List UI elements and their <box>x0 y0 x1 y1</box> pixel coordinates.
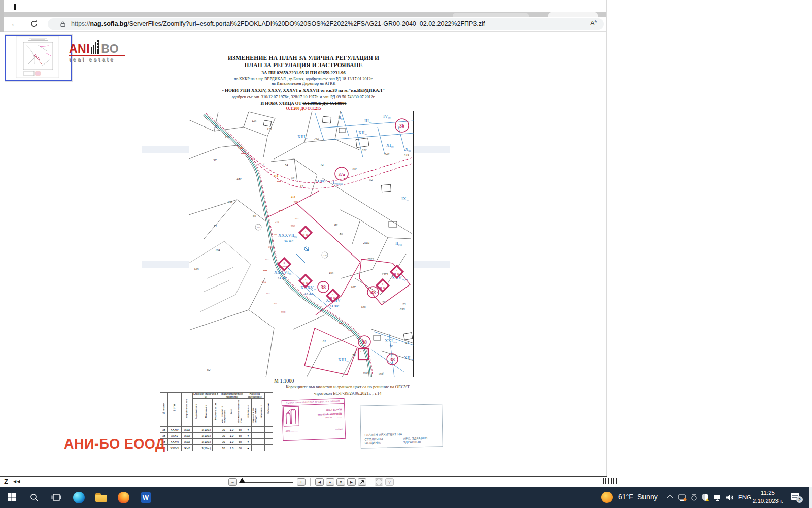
title-line: - НОВИ УПИ XXXIV, XXXV, XXXVI и XXXVII о… <box>193 88 414 93</box>
col-header: свободно - е <box>247 405 250 418</box>
read-aloud-button[interactable]: Aϟ <box>590 19 597 27</box>
tab-strip[interactable] <box>4 0 607 12</box>
table-cell: ● <box>245 433 252 439</box>
weather-temp[interactable]: 61°F <box>618 493 633 501</box>
url-text[interactable]: https://nag.sofia.bg/ServerFiles/Zoomify… <box>71 18 485 30</box>
rewind-icon: ◀◀ <box>13 479 20 484</box>
table-cell <box>193 427 200 433</box>
map-label: III80 <box>364 118 372 124</box>
cadastral-map[interactable]: 3 12556128129732322323319147995775453121… <box>189 111 414 377</box>
table-cell: 60 <box>235 427 245 433</box>
thumbnail-map <box>6 36 69 78</box>
start-button[interactable] <box>5 491 18 504</box>
refresh-button[interactable] <box>29 19 39 28</box>
col-header: № квартал <box>163 403 165 414</box>
clock-date: 2.10.2023 г. <box>750 497 786 505</box>
watermark-text: АНИ-БО ЕООД <box>64 436 165 452</box>
col-header: макс. процент на застрояване <box>221 400 226 423</box>
screen-share-icon[interactable] <box>678 494 687 501</box>
map-label: 60 <box>253 214 256 217</box>
map-label: 99ж <box>348 329 353 332</box>
designer-stamp: ПЪЛНА ПРОЕКТАНТСКА ПРАВОСПОСОБНОСТ арх. … <box>282 398 346 441</box>
camera-privacy-icon[interactable] <box>690 494 698 501</box>
map-label: 40 <box>389 344 393 347</box>
table-cell: 1.0 <box>228 445 235 451</box>
zoom-in-button[interactable]: + <box>297 478 306 486</box>
table-cell <box>265 427 273 433</box>
firefox-taskbar-icon[interactable] <box>117 491 130 504</box>
lock-icon <box>60 21 66 27</box>
zoom-slider-handle[interactable] <box>239 478 245 483</box>
reset-view-button[interactable] <box>358 478 366 486</box>
map-label: 189 <box>236 177 242 180</box>
task-view-button[interactable] <box>50 491 63 504</box>
file-explorer-icon[interactable] <box>94 491 108 504</box>
table-cell <box>265 439 273 445</box>
svg-text:Н=10: Н=10 <box>282 265 287 268</box>
notification-center-button[interactable]: 2 <box>791 492 801 501</box>
fullscreen-button[interactable] <box>375 478 383 486</box>
kab-logo-icon <box>282 405 302 427</box>
map-label: 99е <box>339 322 343 325</box>
word-taskbar-icon[interactable]: W <box>139 491 152 504</box>
map-label: 166 <box>194 267 199 271</box>
back-button[interactable]: ← <box>9 18 20 29</box>
help-button[interactable]: ? <box>385 478 394 486</box>
table-cell <box>213 427 219 433</box>
pylon-icon <box>304 247 309 251</box>
logo-tagline: real estate <box>69 56 125 62</box>
map-label: 99Д <box>281 311 286 313</box>
table-cell: Жм2 <box>182 433 193 439</box>
map-label: ЗА ЖС <box>330 305 340 308</box>
pan-down-button[interactable]: ▼ <box>336 478 345 486</box>
approval-box: ГЛАВЕН АРХИТЕКТ НА СТОЛИЧНА ОБЩИНА: АРХ.… <box>360 404 443 448</box>
zoomify-viewer[interactable]: ANI BO real estate ИЗМЕНЕНИЕ НА ПЛАН ЗА … <box>0 32 606 476</box>
address-bar[interactable]: https://nag.sofia.bg/ServerFiles/Zoomify… <box>48 18 604 30</box>
map-label: 210 <box>275 220 279 223</box>
weather-condition[interactable]: Sunny <box>637 493 658 501</box>
taskbar: W 61°F Sunny <box>0 487 812 508</box>
thumbnail-navigator[interactable] <box>5 35 72 81</box>
map-label: 7 <box>263 162 265 165</box>
table-cell: 3(10м.) <box>200 439 213 445</box>
zoomify-toolbar: Z ◀◀ − + ◀ ▲ ▼ ▶ ? <box>0 476 607 487</box>
language-indicator[interactable]: ENG <box>738 494 751 500</box>
map-label: XXXVII95 <box>278 233 297 238</box>
search-button[interactable] <box>27 491 41 504</box>
map-label: 207 <box>265 258 269 261</box>
volume-icon[interactable] <box>725 494 734 501</box>
table-cell: XXXVI <box>168 439 182 445</box>
table-cell <box>213 445 219 451</box>
title-line: И НОВА УЛИЦА ОТ О.Т.990Ж ДО О.Т.990б <box>193 101 414 106</box>
svg-text:223: 223 <box>257 226 261 229</box>
svg-text:3: 3 <box>360 350 362 353</box>
pan-right-button[interactable]: ▶ <box>347 478 356 486</box>
clock[interactable]: 11:25 2.10.2023 г. <box>750 489 786 505</box>
map-label: XII99 <box>358 130 367 136</box>
pan-up-button[interactable]: ▲ <box>326 478 334 486</box>
table-cell: XXXV <box>168 433 182 439</box>
security-shield-icon[interactable] <box>701 493 709 501</box>
table-cell <box>193 433 200 439</box>
map-label: 12 <box>300 184 303 188</box>
map-label: IV79 <box>383 114 391 119</box>
edge-taskbar-icon[interactable] <box>72 491 85 504</box>
url-scheme: https:// <box>71 20 90 27</box>
weather-icon[interactable] <box>601 492 613 503</box>
background-tab[interactable] <box>453 13 529 17</box>
network-icon[interactable] <box>713 494 722 501</box>
browser-toolbar: ← https://nag.sofia.bg/ServerFiles/Zoomi… <box>4 17 607 32</box>
table-cell: XXXIV <box>168 427 182 433</box>
table-row: 38XXXVIЖм23(10м.)301.060● <box>160 439 273 445</box>
map-label: 54 <box>285 163 288 167</box>
col-header: Забележка <box>267 403 270 414</box>
tray-expand-chevron[interactable] <box>667 495 673 501</box>
zoom-slider[interactable] <box>241 482 293 483</box>
search-icon <box>29 493 39 502</box>
parameters-table: № квартал № УПИ Устройствена зона Етажно… <box>160 392 273 451</box>
url-path: /ServerFiles/Zoomify?url=esoft.portal%2F… <box>127 20 485 27</box>
pan-left-button[interactable]: ◀ <box>315 478 324 486</box>
zoom-out-button[interactable]: − <box>228 478 237 486</box>
background-tab[interactable] <box>548 12 598 17</box>
show-desktop-button[interactable] <box>809 487 812 508</box>
